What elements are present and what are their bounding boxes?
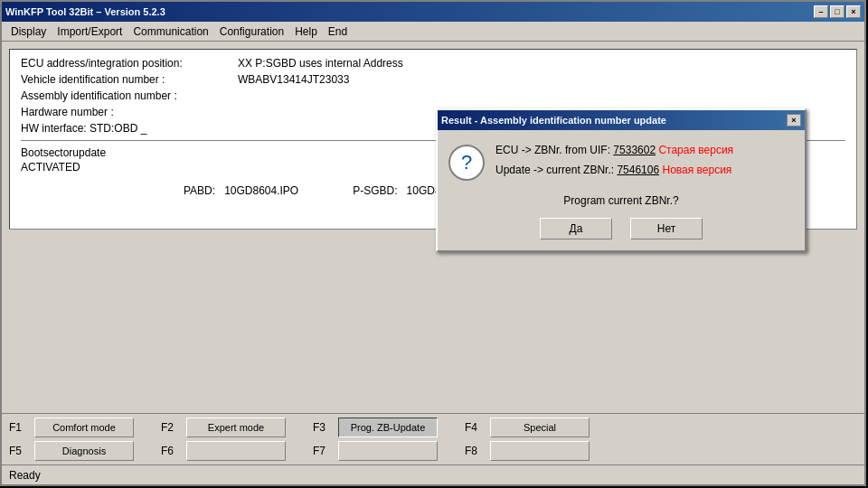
button-row-1: F1 Comfort mode F2 Expert mode F3 Prog. … (9, 418, 857, 437)
dialog-close-button[interactable]: × (787, 114, 801, 127)
ecu-line: ECU -> ZBNr. from UIF: 7533602 Старая ве… (495, 141, 733, 159)
hw-interface-value: HW interface: STD:OBD _ (21, 122, 146, 135)
status-text: Ready (9, 469, 41, 482)
dialog-yes-button[interactable]: Да (540, 218, 612, 239)
f2-label: F2 (161, 421, 183, 434)
dialog-content: ? ECU -> ZBNr. from UIF: 7533602 Старая … (438, 130, 805, 250)
main-window: WinKFP Tool 32Bit – Version 5.2.3 – □ × … (0, 0, 866, 486)
f4-label: F4 (465, 421, 486, 434)
menu-bar: Display Import/Export Communication Conf… (2, 22, 864, 42)
dialog-body: ? ECU -> ZBNr. from UIF: 7533602 Старая … (448, 141, 794, 183)
f1-label: F1 (9, 421, 31, 434)
close-button[interactable]: × (846, 5, 861, 18)
f1-button[interactable]: Comfort mode (34, 418, 134, 437)
dialog-question-text: Program current ZBNr.? (448, 194, 794, 207)
update-version-num: 7546106 (617, 164, 659, 176)
f7-button[interactable] (338, 441, 438, 461)
assembly-row: Assembly identification number : (21, 89, 845, 102)
f7-label: F7 (313, 445, 335, 457)
f6-label: F6 (161, 445, 183, 457)
f5-button[interactable]: Diagnosis (34, 441, 134, 461)
pabd-label: PABD: (184, 184, 215, 197)
button-row-2: F5 Diagnosis F6 F7 F8 (9, 441, 857, 461)
dialog-button-group: Да Нет (448, 218, 794, 239)
ecu-version-label: Старая версия (658, 144, 733, 156)
f3-button[interactable]: Prog. ZB-Update (338, 418, 438, 437)
pabd-value: 10GD8604.IPO (224, 184, 298, 197)
status-bar: Ready (2, 465, 864, 484)
update-line-prefix: Update -> current ZBNr.: (495, 164, 614, 176)
dialog-assembly-update: Result - Assembly identification number … (436, 108, 807, 252)
menu-help[interactable]: Help (289, 23, 323, 40)
menu-configuration[interactable]: Configuration (214, 23, 289, 40)
f5-label: F5 (9, 445, 31, 457)
ecu-line-prefix: ECU -> ZBNr. from UIF: (495, 144, 610, 156)
window-title: WinKFP Tool 32Bit – Version 5.2.3 (5, 6, 165, 17)
title-bar: WinKFP Tool 32Bit – Version 5.2.3 – □ × (2, 2, 864, 22)
vin-label: Vehicle identification number : (21, 73, 238, 86)
f3-label: F3 (313, 421, 335, 434)
f2-button[interactable]: Expert mode (186, 418, 286, 437)
assembly-label: Assembly identification number : (21, 89, 238, 102)
vin-value: WBABV13414JT23033 (238, 73, 349, 86)
dialog-title: Result - Assembly identification number … (441, 115, 666, 126)
menu-communication[interactable]: Communication (127, 23, 213, 40)
dialog-title-bar: Result - Assembly identification number … (438, 110, 805, 130)
f6-button[interactable] (186, 441, 286, 461)
pabd-item: PABD: 10GD8604.IPO (184, 184, 298, 197)
window-controls: – □ × (814, 5, 861, 18)
menu-display[interactable]: Display (5, 23, 52, 40)
minimize-button[interactable]: – (814, 5, 828, 18)
ecu-version-num: 7533602 (613, 144, 656, 156)
hardware-label: Hardware number : (21, 106, 238, 118)
update-version-label: Новая версия (662, 164, 731, 176)
vin-row: Vehicle identification number : WBABV134… (21, 73, 845, 86)
f4-button[interactable]: Special (490, 418, 590, 437)
menu-import-export[interactable]: Import/Export (52, 23, 127, 40)
ecu-row: ECU address/integration position: XX P:S… (21, 57, 845, 70)
menu-end[interactable]: End (323, 23, 353, 40)
maximize-button[interactable]: □ (830, 5, 844, 18)
dialog-no-button[interactable]: Нет (630, 218, 703, 239)
psgbd-label: P-SGBD: (353, 184, 397, 197)
f8-label: F8 (465, 445, 486, 457)
dialog-question-icon: ? (448, 145, 485, 181)
update-line: Update -> current ZBNr.: 7546106 Новая в… (495, 161, 733, 179)
ecu-value: XX P:SGBD uses internal Address (238, 57, 403, 70)
button-bar: F1 Comfort mode F2 Expert mode F3 Prog. … (2, 413, 864, 465)
ecu-label: ECU address/integration position: (21, 57, 238, 70)
dialog-message: ECU -> ZBNr. from UIF: 7533602 Старая ве… (495, 141, 733, 183)
f8-button[interactable] (490, 441, 590, 461)
